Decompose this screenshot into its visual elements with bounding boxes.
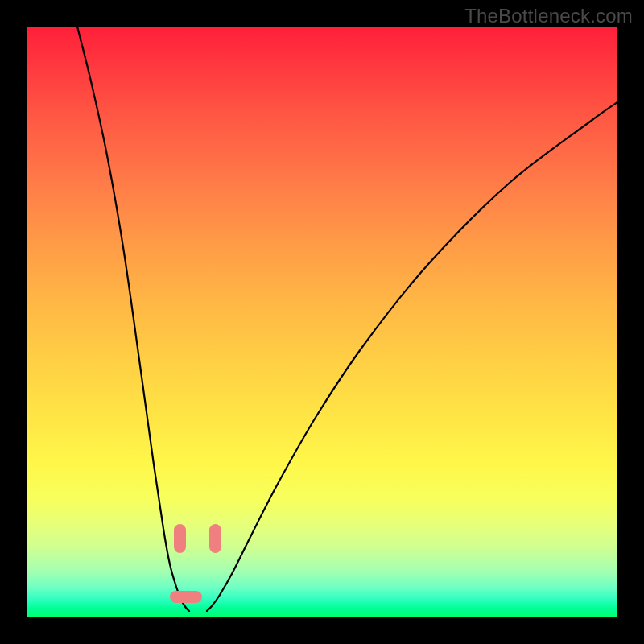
left-marker: [174, 524, 186, 553]
right-marker: [209, 524, 221, 553]
curve-right-branch: [207, 102, 617, 611]
curve-svg: [27, 27, 617, 617]
bottom-marker: [170, 591, 202, 603]
curve-left-branch: [77, 27, 189, 611]
plot-area: [27, 27, 617, 617]
watermark-text: TheBottleneck.com: [464, 5, 633, 27]
chart-frame: TheBottleneck.com: [0, 0, 644, 644]
